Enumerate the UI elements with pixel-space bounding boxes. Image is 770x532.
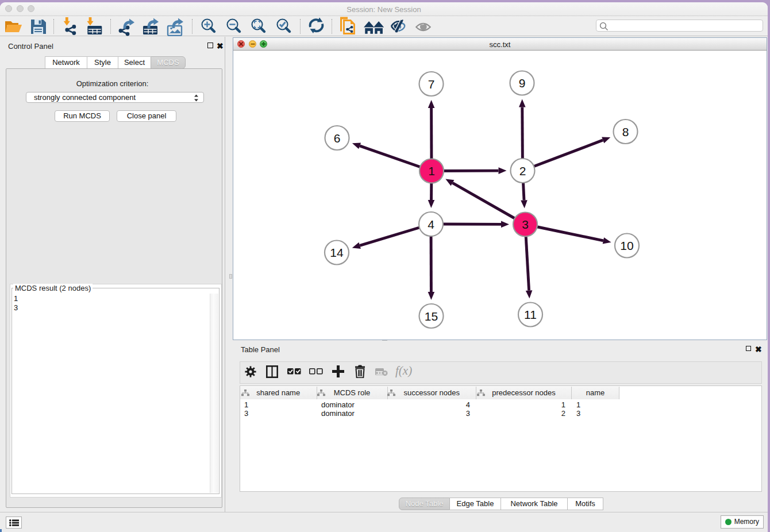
svg-text:11: 11 xyxy=(524,308,537,321)
svg-text:4: 4 xyxy=(428,218,434,231)
svg-text:8: 8 xyxy=(622,125,629,138)
svg-text:2: 2 xyxy=(519,164,526,178)
svg-text:15: 15 xyxy=(425,310,438,323)
svg-text:6: 6 xyxy=(334,132,341,145)
svg-text:10: 10 xyxy=(620,239,633,252)
svg-text:7: 7 xyxy=(428,78,435,91)
svg-text:9: 9 xyxy=(519,76,526,90)
svg-text:3: 3 xyxy=(522,218,529,231)
svg-text:1: 1 xyxy=(428,164,435,178)
svg-text:14: 14 xyxy=(330,246,344,259)
